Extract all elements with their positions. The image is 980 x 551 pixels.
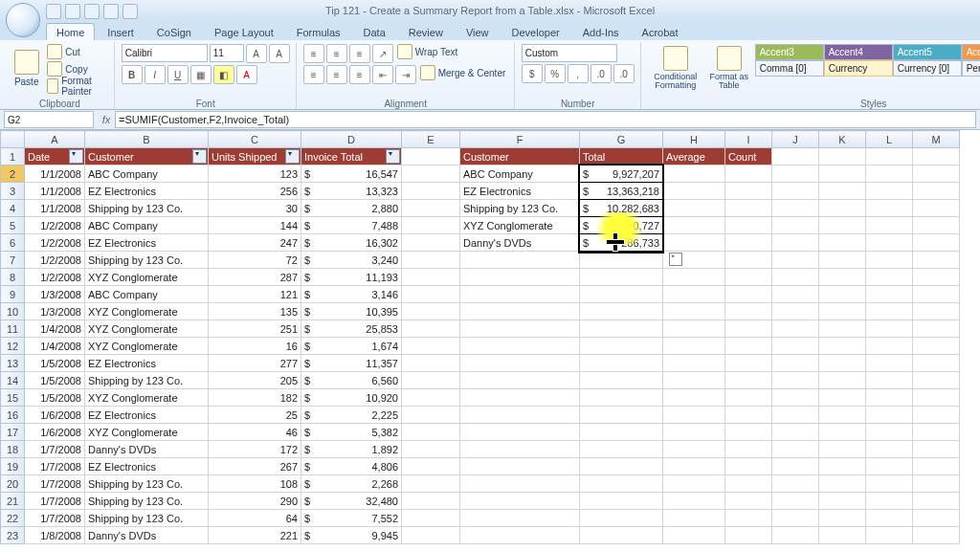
- cell-A10[interactable]: 1/3/2008: [25, 303, 85, 320]
- dec-indent[interactable]: ⇤: [372, 65, 393, 84]
- cell-E2[interactable]: [402, 165, 460, 183]
- font-name-select[interactable]: Calibri: [122, 44, 208, 62]
- cell-K6[interactable]: [819, 234, 866, 252]
- cell-E4[interactable]: [402, 200, 460, 217]
- cell-B10[interactable]: XYZ Conglomerate: [85, 303, 209, 320]
- cell-K12[interactable]: [819, 338, 866, 355]
- cell-M19[interactable]: [913, 458, 960, 475]
- cell-F2[interactable]: ABC Company: [460, 165, 580, 183]
- cell-J19[interactable]: [772, 458, 819, 475]
- cell-D4[interactable]: $2,880: [301, 200, 402, 217]
- cell-C1[interactable]: Units Shipped: [209, 148, 301, 165]
- cell-L23[interactable]: [866, 527, 913, 544]
- cell-J8[interactable]: [772, 269, 819, 286]
- row-header-20[interactable]: 20: [1, 475, 25, 493]
- cell-F19[interactable]: [460, 458, 580, 475]
- cell-B5[interactable]: ABC Company: [85, 217, 209, 234]
- cell-G12[interactable]: [580, 338, 663, 355]
- cell-D21[interactable]: $32,480: [301, 493, 402, 510]
- cell-D15[interactable]: $10,920: [301, 389, 402, 407]
- cell-D12[interactable]: $1,674: [301, 338, 402, 355]
- cell-F14[interactable]: [460, 372, 580, 389]
- cell-L14[interactable]: [866, 372, 913, 389]
- cell-H3[interactable]: [663, 183, 725, 200]
- cell-H22[interactable]: [663, 510, 725, 527]
- cell-H16[interactable]: [663, 407, 725, 424]
- number-format-select[interactable]: Custom: [522, 44, 617, 62]
- cell-G17[interactable]: [580, 424, 663, 441]
- cell-E6[interactable]: [402, 234, 460, 252]
- cell-D7[interactable]: $3,240: [301, 252, 402, 269]
- cell-F6[interactable]: Danny's DVDs: [460, 234, 580, 252]
- cell-L13[interactable]: [866, 355, 913, 372]
- cell-B1[interactable]: Customer: [85, 148, 209, 165]
- filter-button[interactable]: [386, 149, 400, 164]
- row-header-22[interactable]: 22: [1, 510, 25, 527]
- col-header-C[interactable]: C: [209, 131, 301, 148]
- col-header-J[interactable]: J: [772, 131, 819, 148]
- tab-formulas[interactable]: Formulas: [286, 23, 351, 40]
- col-header-K[interactable]: K: [819, 131, 866, 148]
- row-header-6[interactable]: 6: [1, 234, 25, 252]
- row-header-17[interactable]: 17: [1, 424, 25, 441]
- cell-F20[interactable]: [460, 475, 580, 493]
- cell-F17[interactable]: [460, 424, 580, 441]
- cell-I1[interactable]: Count: [725, 148, 772, 165]
- increase-font-button[interactable]: A: [246, 44, 267, 63]
- cell-I23[interactable]: [725, 527, 772, 544]
- cell-A22[interactable]: 1/7/2008: [25, 510, 85, 527]
- cell-H10[interactable]: [663, 303, 725, 320]
- cell-L4[interactable]: [866, 200, 913, 217]
- cell-I11[interactable]: [725, 320, 772, 338]
- cell-M8[interactable]: [913, 269, 960, 286]
- cell-L12[interactable]: [866, 338, 913, 355]
- cell-I13[interactable]: [725, 355, 772, 372]
- select-all-corner[interactable]: [1, 131, 25, 148]
- percent-button[interactable]: %: [545, 64, 566, 83]
- cell-G23[interactable]: [580, 527, 663, 544]
- cell-I21[interactable]: [725, 493, 772, 510]
- cell-C22[interactable]: 64: [209, 510, 301, 527]
- cell-M18[interactable]: [913, 441, 960, 458]
- cell-A15[interactable]: 1/5/2008: [25, 389, 85, 407]
- currency-button[interactable]: $: [522, 64, 543, 83]
- cell-A19[interactable]: 1/7/2008: [25, 458, 85, 475]
- cell-L6[interactable]: [866, 234, 913, 252]
- cell-F1[interactable]: Customer: [460, 148, 580, 165]
- cell-L11[interactable]: [866, 320, 913, 338]
- tab-acrobat[interactable]: Acrobat: [632, 23, 689, 40]
- cell-K10[interactable]: [819, 303, 866, 320]
- cell-E5[interactable]: [402, 217, 460, 234]
- cell-K3[interactable]: [819, 183, 866, 200]
- office-button[interactable]: [6, 3, 40, 37]
- cell-F15[interactable]: [460, 389, 580, 407]
- cell-B19[interactable]: EZ Electronics: [85, 458, 209, 475]
- cell-H1[interactable]: Average: [663, 148, 725, 165]
- cell-K11[interactable]: [819, 320, 866, 338]
- cell-E17[interactable]: [402, 424, 460, 441]
- align-center[interactable]: ≡: [326, 65, 347, 84]
- cell-A4[interactable]: 1/1/2008: [25, 200, 85, 217]
- cell-E22[interactable]: [402, 510, 460, 527]
- cell-G13[interactable]: [580, 355, 663, 372]
- cell-K5[interactable]: [819, 217, 866, 234]
- row-header-21[interactable]: 21: [1, 493, 25, 510]
- cell-A1[interactable]: Date: [25, 148, 85, 165]
- cell-A2[interactable]: 1/1/2008: [25, 165, 85, 183]
- cell-C14[interactable]: 205: [209, 372, 301, 389]
- cell-K4[interactable]: [819, 200, 866, 217]
- cell-G1[interactable]: Total: [580, 148, 663, 165]
- col-header-I[interactable]: I: [725, 131, 772, 148]
- cell-J23[interactable]: [772, 527, 819, 544]
- cell-M2[interactable]: [913, 165, 960, 183]
- fill-color-button[interactable]: ◧: [213, 65, 234, 84]
- cell-D18[interactable]: $1,892: [301, 441, 402, 458]
- paste-button[interactable]: Paste: [11, 44, 41, 92]
- cell-B20[interactable]: Shipping by 123 Co.: [85, 475, 209, 493]
- cell-A3[interactable]: 1/1/2008: [25, 183, 85, 200]
- inc-decimal[interactable]: .0: [590, 64, 612, 83]
- cell-J18[interactable]: [772, 441, 819, 458]
- cell-C13[interactable]: 277: [209, 355, 301, 372]
- worksheet-area[interactable]: ABCDEFGHIJKLM1DateCustomerUnits ShippedI…: [0, 130, 980, 551]
- decrease-font-button[interactable]: A: [269, 44, 290, 63]
